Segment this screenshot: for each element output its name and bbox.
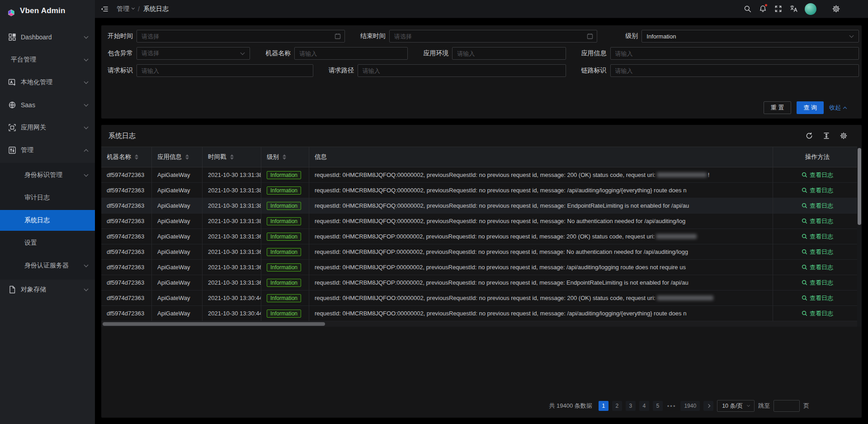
scrollbar-thumb[interactable]: [858, 148, 861, 225]
next-page-button[interactable]: [703, 401, 713, 411]
view-log-button[interactable]: 查看日志: [802, 233, 833, 241]
log-message: requestId: 0HMCRBM8JQFOP:00000002, previ…: [315, 264, 686, 271]
notification-bell-icon[interactable]: [755, 0, 770, 18]
app-logo[interactable]: Vben Admin: [0, 0, 95, 22]
filter-actions: 重 置 查 询 收起: [101, 101, 846, 114]
view-log-button[interactable]: 查看日志: [802, 248, 833, 256]
vertical-scrollbar[interactable]: [857, 147, 862, 327]
page-button[interactable]: 5: [653, 401, 663, 411]
table-row[interactable]: df5974d72363 ApiGateWay 2021-10-30 13:31…: [101, 275, 862, 291]
request-id-field[interactable]: [137, 64, 313, 77]
cell-machine-name: df5974d72363: [101, 214, 152, 229]
end-time-input[interactable]: [390, 30, 597, 42]
sidebar-item-platform[interactable]: 平台管理: [0, 50, 95, 70]
log-message: requestId: 0HMCRBM8JQFOQ:00000002, previ…: [315, 187, 686, 194]
view-log-button[interactable]: 查看日志: [802, 217, 833, 225]
magnifier-icon: [802, 264, 807, 270]
view-log-button[interactable]: 查看日志: [802, 279, 833, 287]
reset-button[interactable]: 重 置: [764, 101, 792, 114]
sidebar-item-label: 平台管理: [11, 56, 80, 64]
sidebar-item-identity-management[interactable]: 身份标识管理: [0, 165, 95, 186]
page-button[interactable]: 1940: [680, 401, 700, 411]
collapse-filter-link[interactable]: 收起: [829, 104, 846, 112]
trace-id-field[interactable]: [610, 64, 859, 77]
cell-machine-name: df5974d72363: [101, 229, 152, 244]
app-info-field[interactable]: [610, 47, 859, 60]
sort-icon[interactable]: [230, 154, 234, 160]
table-row[interactable]: df5974d72363 ApiGateWay 2021-10-30 13:30…: [101, 306, 862, 321]
trace-id-input[interactable]: [611, 65, 859, 76]
search-icon[interactable]: [740, 0, 755, 18]
level-select[interactable]: Information: [642, 30, 859, 43]
view-log-button[interactable]: 查看日志: [802, 171, 833, 179]
view-log-button[interactable]: 查看日志: [802, 202, 833, 210]
sidebar-item-dashboard[interactable]: Dashboard: [0, 27, 95, 47]
translate-icon[interactable]: [786, 0, 801, 18]
environment-field[interactable]: [452, 47, 566, 60]
app-info-input[interactable]: [611, 48, 859, 59]
cell-actions: 查看日志: [773, 260, 862, 275]
table-row[interactable]: df5974d72363 ApiGateWay 2021-10-30 13:31…: [101, 198, 862, 214]
cell-app-info: ApiGateWay: [152, 291, 203, 306]
page-button[interactable]: 2: [612, 401, 622, 411]
sidebar-item-localization[interactable]: 本地化管理: [0, 72, 95, 92]
table-row[interactable]: df5974d72363 ApiGateWay 2021-10-30 13:31…: [101, 183, 862, 198]
column-header-app-info[interactable]: 应用信息: [152, 147, 203, 167]
field-label: 级别: [606, 32, 642, 40]
horizontal-scrollbar[interactable]: [101, 321, 862, 327]
request-path-field[interactable]: [358, 64, 566, 77]
sidebar-item-settings[interactable]: 设置: [0, 233, 95, 253]
request-path-input[interactable]: [358, 65, 566, 76]
column-settings-icon[interactable]: [840, 132, 847, 139]
scrollbar-thumb[interactable]: [103, 322, 325, 326]
sidebar-item-management[interactable]: 管理: [0, 140, 95, 160]
machine-name-field[interactable]: [294, 47, 408, 60]
breadcrumb-parent[interactable]: 管理: [117, 5, 134, 13]
fullscreen-icon[interactable]: [770, 0, 786, 18]
table-row[interactable]: df5974d72363 ApiGateWay 2021-10-30 13:31…: [101, 167, 862, 183]
menu-fold-icon[interactable]: [100, 5, 108, 13]
page-ellipsis[interactable]: •••: [666, 403, 677, 410]
sidebar-item-gateway[interactable]: 应用网关: [0, 118, 95, 138]
table-row[interactable]: df5974d72363 ApiGateWay 2021-10-30 13:31…: [101, 244, 862, 260]
sidebar-item-system-logs[interactable]: 系统日志: [0, 210, 95, 231]
table-row[interactable]: df5974d72363 ApiGateWay 2021-10-30 13:31…: [101, 214, 862, 229]
view-log-button[interactable]: 查看日志: [802, 310, 833, 318]
page-size-select[interactable]: 10 条/页: [717, 400, 755, 412]
request-id-input[interactable]: [137, 65, 313, 76]
column-header-level[interactable]: 级别: [261, 147, 309, 167]
environment-input[interactable]: [453, 48, 565, 59]
jump-page-input[interactable]: [774, 400, 800, 412]
refresh-icon[interactable]: [806, 132, 813, 139]
has-exception-select[interactable]: 请选择: [137, 47, 250, 60]
cell-level: Information: [261, 275, 309, 291]
page-button[interactable]: 4: [639, 401, 649, 411]
settings-gear-icon[interactable]: [828, 0, 844, 18]
app-logo-icon: [7, 7, 15, 15]
sidebar-item-audit-logs[interactable]: 审计日志: [0, 187, 95, 208]
search-button[interactable]: 查 询: [797, 101, 824, 114]
view-log-button[interactable]: 查看日志: [802, 186, 833, 195]
start-time-datepicker[interactable]: [137, 30, 345, 43]
sort-icon[interactable]: [283, 154, 286, 160]
sidebar-item-saas[interactable]: Saas: [0, 95, 95, 115]
view-log-button[interactable]: 查看日志: [802, 294, 833, 302]
table-row[interactable]: df5974d72363 ApiGateWay 2021-10-30 13:30…: [101, 291, 862, 306]
table-row[interactable]: df5974d72363 ApiGateWay 2021-10-30 13:31…: [101, 229, 862, 244]
avatar[interactable]: [805, 3, 816, 15]
start-time-input[interactable]: [137, 30, 344, 42]
sidebar-item-identity-server[interactable]: 身份认证服务器: [0, 255, 95, 276]
column-header-machine-name[interactable]: 机器名称: [101, 147, 152, 167]
end-time-datepicker[interactable]: [389, 30, 598, 43]
sort-icon[interactable]: [135, 154, 138, 160]
sort-icon[interactable]: [185, 154, 189, 160]
machine-name-input[interactable]: [295, 48, 407, 59]
sidebar-item-object-storage[interactable]: 对象存储: [0, 280, 95, 300]
view-log-button[interactable]: 查看日志: [802, 263, 833, 272]
page-button[interactable]: 1: [599, 401, 609, 411]
page-button[interactable]: 3: [626, 401, 636, 411]
row-height-icon[interactable]: [823, 132, 830, 139]
column-header-timestamp[interactable]: 时间戳: [203, 147, 261, 167]
table-row[interactable]: df5974d72363 ApiGateWay 2021-10-30 13:31…: [101, 260, 862, 275]
cell-app-info: ApiGateWay: [152, 275, 203, 291]
